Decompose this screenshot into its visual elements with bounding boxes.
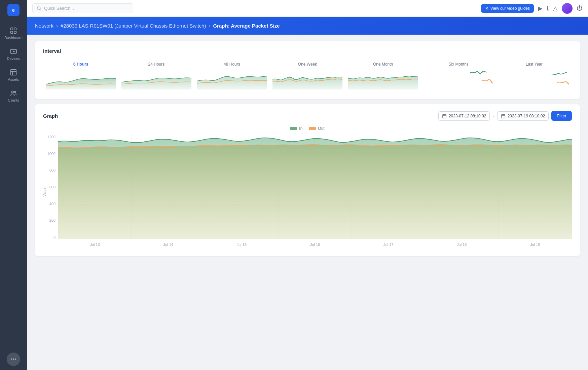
content-area: Interval 6 Hours bbox=[27, 35, 588, 370]
legend-in-color bbox=[290, 127, 297, 130]
assets-icon bbox=[10, 69, 17, 76]
svg-rect-8 bbox=[11, 70, 16, 75]
interval-item-1w[interactable]: One Week bbox=[270, 59, 345, 92]
date-from-input[interactable]: 2023-07-12 08:10:02 bbox=[438, 111, 490, 121]
interval-label-1m: One Month bbox=[373, 62, 393, 67]
interval-item-1m[interactable]: One Month bbox=[345, 59, 421, 92]
svg-point-6 bbox=[13, 51, 14, 52]
search-box[interactable]: Quick Search... bbox=[32, 3, 133, 13]
avatar[interactable] bbox=[562, 3, 573, 14]
interval-item-6h[interactable]: 6 Hours bbox=[43, 59, 119, 92]
sidebar-item-assets[interactable]: Assets bbox=[0, 65, 27, 85]
interval-thumb-1y bbox=[499, 69, 569, 89]
interval-item-6m[interactable]: Six Months bbox=[421, 59, 497, 92]
breadcrumb: Network › #28039 LAS-R01SW01 (Juniper Vi… bbox=[27, 17, 588, 35]
sidebar-item-clients[interactable]: Clients bbox=[0, 85, 27, 106]
legend-out-color bbox=[309, 127, 316, 130]
main-area: Quick Search... ✕ View our video guides … bbox=[27, 0, 588, 370]
calendar-icon-to bbox=[501, 114, 506, 118]
topbar-right: ✕ View our video guides ▶ ℹ △ ⏻ bbox=[481, 3, 583, 14]
graph-title: Graph bbox=[43, 113, 58, 119]
clients-icon bbox=[10, 89, 17, 97]
interval-item-48h[interactable]: 48 Hours bbox=[194, 59, 270, 92]
chart-container: 1200 1000 800 600 400 200 0 bbox=[43, 135, 572, 249]
breadcrumb-sep-2: › bbox=[209, 23, 210, 29]
interval-thumb-6h bbox=[46, 69, 116, 89]
alert-icon[interactable]: △ bbox=[553, 5, 558, 12]
topbar: Quick Search... ✕ View our video guides … bbox=[27, 0, 588, 17]
interval-thumb-48h bbox=[197, 69, 267, 89]
breadcrumb-network[interactable]: Network bbox=[35, 23, 53, 29]
date-to-input[interactable]: 2023-07-19 08:10:02 bbox=[497, 111, 549, 121]
filter-button[interactable]: Filter bbox=[551, 111, 572, 121]
interval-thumb-1m bbox=[348, 69, 418, 89]
interval-label-1y: Last Year bbox=[526, 62, 543, 67]
graph-card: Graph 2023-07-12 08:10:02 - bbox=[35, 104, 580, 256]
breadcrumb-device[interactable]: #28039 LAS-R01SW01 (Juniper Virtual Chas… bbox=[61, 23, 206, 29]
logo-mark: e bbox=[7, 4, 20, 16]
svg-rect-0 bbox=[11, 28, 13, 30]
legend-in: In bbox=[290, 126, 302, 131]
info-icon[interactable]: ℹ bbox=[547, 5, 549, 12]
legend-out: Out bbox=[309, 126, 324, 131]
search-icon bbox=[37, 6, 41, 11]
interval-thumb-24h bbox=[121, 69, 192, 89]
interval-item-1y[interactable]: Last Year bbox=[496, 59, 572, 92]
chart-y-axis: 1200 1000 800 600 400 200 0 bbox=[43, 135, 58, 239]
interval-title: Interval bbox=[43, 48, 572, 54]
devices-icon bbox=[10, 48, 17, 55]
breadcrumb-sep-1: › bbox=[56, 23, 58, 29]
dashboard-icon bbox=[10, 27, 17, 34]
interval-card: Interval 6 Hours bbox=[35, 41, 580, 99]
interval-row: 6 Hours bbox=[43, 59, 572, 92]
sidebar-item-devices[interactable]: Devices bbox=[0, 44, 27, 65]
svg-point-9 bbox=[12, 91, 14, 93]
play-icon[interactable]: ▶ bbox=[538, 5, 543, 12]
power-icon[interactable]: ⏻ bbox=[577, 5, 583, 12]
sidebar: e Dashboard Devices Assets Clients bbox=[0, 0, 27, 370]
breadcrumb-current: Graph: Average Packet Size bbox=[213, 23, 280, 29]
chart-legend: In Out bbox=[43, 126, 572, 131]
interval-label-6h: 6 Hours bbox=[73, 62, 88, 67]
svg-rect-12 bbox=[443, 114, 446, 118]
svg-rect-2 bbox=[11, 31, 13, 33]
interval-label-6m: Six Months bbox=[449, 62, 469, 67]
video-guide-button[interactable]: ✕ View our video guides bbox=[481, 4, 534, 13]
sidebar-item-dashboard[interactable]: Dashboard bbox=[0, 23, 27, 44]
chart-x-axis: Jul 13 Jul 14 Jul 15 Jul 16 Jul 17 Jul 1… bbox=[58, 240, 572, 249]
graph-header: Graph 2023-07-12 08:10:02 - bbox=[43, 111, 572, 121]
y-axis-label: Value bbox=[42, 187, 46, 196]
more-button[interactable]: ••• bbox=[7, 353, 20, 366]
svg-rect-1 bbox=[14, 28, 16, 30]
svg-point-10 bbox=[14, 91, 16, 93]
interval-label-48h: 48 Hours bbox=[224, 62, 240, 67]
interval-thumb-1w bbox=[272, 69, 343, 89]
interval-thumb-6m bbox=[424, 69, 494, 89]
svg-rect-3 bbox=[14, 31, 16, 33]
interval-label-24h: 24 Hours bbox=[148, 62, 165, 67]
chart-svg-area bbox=[58, 135, 572, 239]
date-range: 2023-07-12 08:10:02 - 2023-07-19 08:10:0… bbox=[438, 111, 572, 121]
svg-rect-16 bbox=[501, 114, 505, 118]
interval-label-1w: One Week bbox=[298, 62, 317, 67]
calendar-icon-from bbox=[442, 114, 447, 118]
logo[interactable]: e bbox=[7, 4, 20, 16]
svg-point-11 bbox=[37, 6, 40, 9]
interval-item-24h[interactable]: 24 Hours bbox=[119, 59, 194, 92]
